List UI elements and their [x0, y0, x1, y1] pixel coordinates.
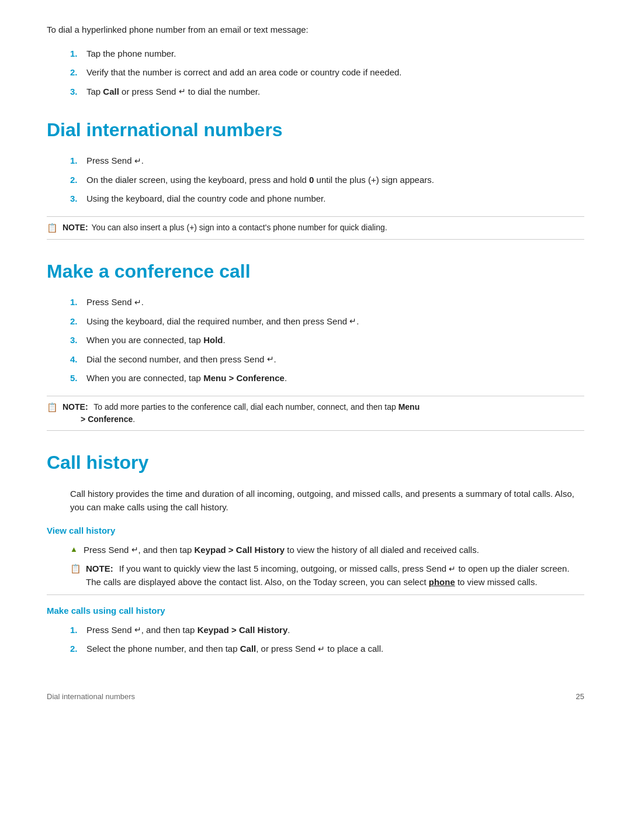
step-num-1: 1. [70, 47, 86, 61]
conference-title: Make a conference call [47, 257, 584, 285]
conf-step-4: 4. Dial the second number, and then pres… [47, 353, 584, 367]
note-label-view: NOTE: [86, 564, 113, 573]
send-icon-note-view: ↵ [449, 563, 456, 575]
intro-step-1: 1. Tap the phone number. [47, 47, 584, 61]
view-call-history-bullet-text: Press Send ↵, and then tap Keypad > Call… [84, 544, 584, 557]
conf-step-content-4: Dial the second number, and then press S… [86, 353, 584, 367]
intro-step-2: 2. Verify that the number is correct and… [47, 66, 584, 79]
conf-step-num-3: 3. [70, 334, 86, 347]
conf-step-3: 3. When you are connected, tap Hold. [47, 334, 584, 347]
step-num-2: 2. [70, 66, 86, 79]
intro-steps-list: 1. Tap the phone number. 2. Verify that … [47, 47, 584, 99]
make-calls-content-1: Press Send ↵, and then tap Keypad > Call… [86, 624, 584, 637]
conf-step-num-1: 1. [70, 296, 86, 309]
page-footer: Dial international numbers 25 [47, 691, 584, 703]
dial-steps-list: 1. Press Send ↵. 2. On the dialer screen… [47, 154, 584, 206]
dial-note-text: NOTE:You can also insert a plus (+) sign… [63, 222, 584, 234]
step-num-3: 3. [70, 85, 86, 99]
send-icon-mc-2: ↵ [318, 643, 325, 655]
make-calls-step-1: 1. Press Send ↵, and then tap Keypad > C… [47, 624, 584, 637]
send-icon-view: ↵ [131, 544, 138, 556]
step-content-1: Tap the phone number. [86, 47, 584, 61]
call-history-title: Call history [47, 448, 584, 476]
dial-note-box: 📋 NOTE:You can also insert a plus (+) si… [47, 216, 584, 240]
note-label-dial: NOTE: [63, 223, 88, 232]
dial-step-2: 2. On the dialer screen, using the keybo… [47, 174, 584, 187]
make-calls-history-list: 1. Press Send ↵, and then tap Keypad > C… [47, 624, 584, 656]
conf-step-1: 1. Press Send ↵. [47, 296, 584, 309]
divider [47, 594, 584, 595]
dial-step-num-1: 1. [70, 154, 86, 168]
note-label-conf: NOTE: [63, 402, 88, 412]
page-number: 25 [576, 691, 584, 703]
dial-step-1: 1. Press Send ↵. [47, 154, 584, 168]
make-calls-num-1: 1. [70, 624, 86, 637]
conf-note-text: NOTE: To add more parties to the confere… [63, 401, 584, 426]
send-icon-dial-1: ↵ [134, 155, 141, 167]
view-note-text: NOTE: If you want to quickly view the la… [86, 562, 584, 589]
dial-step-content-2: On the dialer screen, using the keyboard… [86, 174, 584, 187]
conf-step-5: 5. When you are connected, tap Menu > Co… [47, 372, 584, 385]
conference-note-box: 📋 NOTE: To add more parties to the confe… [47, 396, 584, 431]
send-icon-conf-2: ↵ [349, 315, 356, 327]
make-calls-content-2: Select the phone number, and then tap Ca… [86, 642, 584, 656]
conf-step-2: 2. Using the keyboard, dial the required… [47, 315, 584, 329]
step-content-2: Verify that the number is correct and ad… [86, 66, 584, 79]
dial-step-content-1: Press Send ↵. [86, 154, 584, 168]
dial-international-title: Dial international numbers [47, 116, 584, 144]
conference-steps-list: 1. Press Send ↵. 2. Using the keyboard, … [47, 296, 584, 385]
view-call-history-note: 📋 NOTE: If you want to quickly view the … [47, 562, 584, 589]
note-icon-dial: 📋 [47, 222, 58, 235]
step-content-3: Tap Call or press Send ↵ to dial the num… [86, 85, 584, 99]
send-icon-intro: ↵ [179, 85, 186, 98]
dial-step-num-2: 2. [70, 174, 86, 187]
make-calls-num-2: 2. [70, 642, 86, 656]
footer-chapter-title: Dial international numbers [47, 691, 576, 703]
dial-step-content-3: Using the keyboard, dial the country cod… [86, 192, 584, 206]
conf-step-num-4: 4. [70, 353, 86, 367]
send-icon-mc-1: ↵ [134, 624, 141, 636]
note-icon-conf: 📋 [47, 401, 58, 414]
triangle-icon: ▲ [70, 544, 78, 556]
send-icon-conf-1: ↵ [134, 296, 141, 309]
make-calls-step-2: 2. Select the phone number, and then tap… [47, 642, 584, 656]
intro-step-3: 3. Tap Call or press Send ↵ to dial the … [47, 85, 584, 99]
send-icon-conf-4: ↵ [267, 353, 274, 365]
conf-step-num-2: 2. [70, 315, 86, 329]
conf-step-content-2: Using the keyboard, dial the required nu… [86, 315, 584, 329]
call-history-intro: Call history provides the time and durat… [47, 487, 584, 514]
conf-step-content-5: When you are connected, tap Menu > Confe… [86, 372, 584, 385]
conf-step-content-1: Press Send ↵. [86, 296, 584, 309]
conf-step-content-3: When you are connected, tap Hold. [86, 334, 584, 347]
view-call-history-title: View call history [47, 524, 584, 538]
note-icon-view: 📋 [70, 562, 81, 576]
dial-step-3: 3. Using the keyboard, dial the country … [47, 192, 584, 206]
intro-text: To dial a hyperlinked phone number from … [47, 23, 584, 37]
conf-step-num-5: 5. [70, 372, 86, 385]
make-calls-history-title: Make calls using call history [47, 604, 584, 618]
view-call-history-bullet: ▲ Press Send ↵, and then tap Keypad > Ca… [47, 544, 584, 557]
dial-step-num-3: 3. [70, 192, 86, 206]
